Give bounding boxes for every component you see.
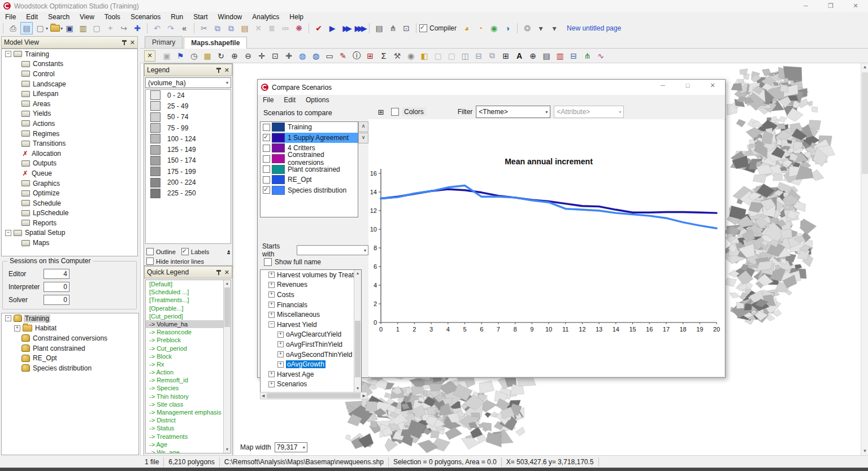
expander-icon[interactable]: +	[268, 302, 275, 308]
flag-icon[interactable]: ⚑	[174, 50, 186, 62]
scroll-thumb[interactable]	[267, 393, 360, 398]
delete-icon[interactable]: ✕	[252, 22, 264, 34]
quick-legend-item[interactable]: -> Thin history	[146, 393, 231, 400]
legend-entry[interactable]: 175 - 199	[146, 166, 231, 177]
profile-icon[interactable]: ∿	[594, 50, 607, 62]
output-tree-item[interactable]: +Miscellaneous	[261, 309, 361, 320]
menu-file[interactable]: File	[0, 12, 21, 21]
digitize-pen-icon[interactable]: ✎	[337, 50, 349, 62]
compare-scenario-row[interactable]: Training	[261, 122, 358, 133]
quick-legend-item[interactable]: -> Remsoft_id	[146, 376, 231, 384]
scenario-checkbox[interactable]	[263, 145, 270, 152]
legend-option[interactable]: Outline	[146, 248, 176, 255]
session-field-value[interactable]: 0	[44, 295, 70, 305]
paint-bucket-icon[interactable]: ◧	[418, 50, 431, 62]
dropdown-caret-icon[interactable]: ▾	[46, 26, 48, 31]
align-left-icon[interactable]: ≣	[266, 22, 278, 34]
legend-entry[interactable]: 100 - 124	[146, 133, 231, 144]
outputs-tree-scrollbar[interactable]: ▲▼	[354, 270, 361, 392]
align-set-icon[interactable]: ≔	[279, 22, 292, 34]
map-vertical-scrollbar[interactable]: ▲ ▼	[861, 63, 868, 455]
undo-icon[interactable]: ↶	[151, 22, 163, 34]
scenario-new-icon[interactable]: ◕	[461, 22, 473, 34]
new-document-icon[interactable]: ▢	[34, 22, 46, 34]
starts-with-select[interactable]: ▾	[297, 245, 368, 255]
model-tree-item[interactable]: Lifespan	[2, 89, 137, 99]
collapse-icon[interactable]: ▴	[227, 249, 230, 254]
close-map-button[interactable]: ✕	[144, 50, 155, 62]
disabled-box-icon[interactable]: ▢	[432, 50, 444, 62]
model-tree-item[interactable]: Graphics	[2, 178, 137, 189]
dropdown-caret2-icon[interactable]: ▾	[548, 22, 561, 34]
menu-analytics[interactable]: Analytics	[247, 12, 284, 21]
model-tree-item[interactable]: ✗Allocation	[2, 149, 137, 159]
scenario-checkbox[interactable]	[263, 176, 270, 184]
new-untitled-page-link[interactable]: New untitled page	[567, 24, 621, 32]
network-icon[interactable]: ⋔	[581, 50, 593, 62]
scenario-tree-item[interactable]: RE_Opt	[2, 353, 138, 363]
show-full-name-checkbox[interactable]	[264, 258, 272, 266]
quick-legend-item[interactable]: [Default]	[146, 280, 231, 288]
scenario-checkbox[interactable]	[263, 134, 270, 141]
model-tree-item[interactable]: LpSchedule	[2, 208, 137, 219]
add-icon[interactable]: ＋	[104, 22, 116, 34]
run-panel-icon[interactable]: ⊡	[400, 22, 413, 34]
scroll-up-icon[interactable]: ▲	[224, 280, 231, 287]
dialog-title-bar[interactable]: Compare Scenarios ─ □ ✕	[258, 80, 725, 95]
cut-icon[interactable]: ✂	[198, 22, 210, 34]
compare-scenario-row[interactable]: Species distribution	[261, 185, 358, 196]
save-icon[interactable]: ▣	[63, 22, 76, 34]
compare-scenario-row[interactable]: RE_Opt	[261, 175, 358, 185]
tab-maps-shapefile[interactable]: Maps.shapefile	[184, 37, 247, 49]
quick-legend-item[interactable]: -> Site class	[146, 400, 231, 408]
quick-legend-item[interactable]: -> Ws_age	[146, 448, 231, 453]
info-icon[interactable]: ⓘ	[350, 50, 363, 62]
model-tree-item[interactable]: Landscape	[2, 79, 137, 89]
run-double-icon[interactable]: ▶▶	[340, 22, 352, 34]
menu-tools[interactable]: Tools	[99, 12, 125, 21]
zoom-in-icon[interactable]: ⊕	[228, 50, 241, 62]
save-all-icon[interactable]: ▥	[77, 22, 89, 34]
lock-icon[interactable]: ◉	[405, 50, 417, 62]
legend-entry[interactable]: 0 - 24	[146, 90, 231, 101]
model-tree-item[interactable]: −Spatial Setup	[2, 228, 137, 238]
model-tree-item[interactable]: Transitions	[2, 138, 137, 149]
expander-icon[interactable]: −	[5, 230, 11, 236]
monitor-icon[interactable]: ⊟	[567, 50, 580, 62]
legend-entry[interactable]: 225 - 250	[146, 188, 231, 199]
quick-legend-item[interactable]: -> Cut_period	[146, 344, 231, 352]
scenario-row-body[interactable]: Plant constrained	[272, 164, 358, 175]
print-icon[interactable]: ⎙	[7, 22, 19, 34]
model-tree-item[interactable]: Schedule	[2, 198, 137, 208]
history-clock-icon[interactable]: ◷	[188, 50, 200, 62]
save-map-icon[interactable]: ▣	[160, 50, 173, 62]
crosshair-icon[interactable]: ⊕	[527, 50, 539, 62]
scenario-tree-item[interactable]: Plant constrained	[2, 343, 138, 354]
select-rectangle-icon[interactable]: ▭	[323, 50, 336, 62]
move-icon[interactable]: ✚	[131, 22, 144, 34]
theme-filter-select[interactable]: <Theme> ▾	[476, 106, 550, 118]
dialog-menu-options[interactable]: Options	[301, 96, 334, 104]
expander-icon[interactable]: +	[268, 272, 275, 278]
legend-entry[interactable]: 150 - 174	[146, 155, 231, 166]
quick-legend-item[interactable]: [Treatments...]	[146, 296, 231, 304]
zoom-window-icon[interactable]: ✛	[255, 50, 268, 62]
output-tree-item[interactable]: −Harvest Yield	[261, 320, 361, 330]
outputs-tree-hscrollbar[interactable]: ◀ ▶	[260, 392, 367, 399]
scenario-checkbox[interactable]	[263, 165, 270, 173]
expander-icon[interactable]: +	[268, 282, 275, 288]
scenario-row-body[interactable]: Constrained conversions	[272, 154, 358, 164]
dropdown-caret-icon[interactable]: ▾	[535, 22, 547, 34]
expander-icon[interactable]: +	[277, 341, 284, 347]
quick-legend-item[interactable]: -> Species	[146, 384, 231, 392]
scenario-row-body[interactable]: Species distribution	[272, 185, 358, 196]
output-tree-item[interactable]: +oAvgFirstThinYield	[261, 339, 361, 350]
dialog-menu-edit[interactable]: Edit	[279, 96, 301, 104]
close-panel-icon[interactable]: ✕	[224, 67, 229, 74]
expander-icon[interactable]: +	[277, 332, 284, 338]
expander-icon[interactable]: +	[268, 291, 275, 298]
scroll-up-icon[interactable]: ▲	[354, 270, 361, 277]
scenario-row-body[interactable]: Training	[272, 122, 358, 133]
scenario-row-body[interactable]: 1 Supply Agreement	[272, 133, 358, 143]
statistics-icon[interactable]: Σ	[377, 50, 390, 62]
